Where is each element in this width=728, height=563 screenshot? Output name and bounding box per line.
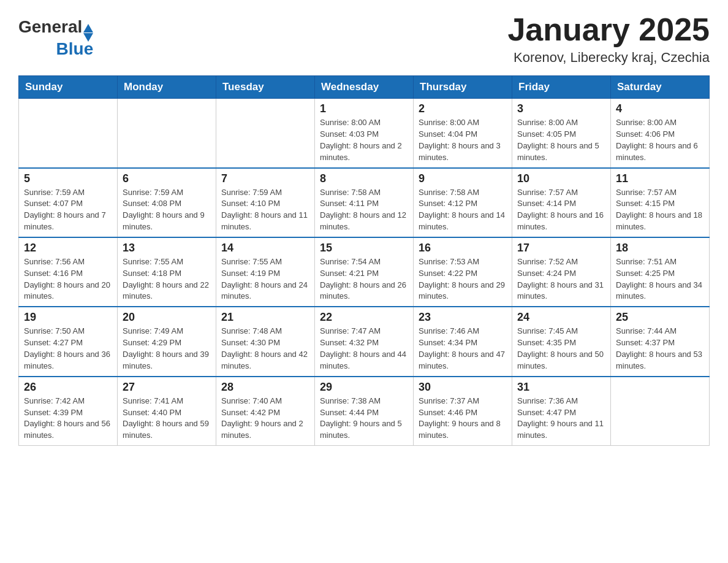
calendar-week-row-1: 1Sunrise: 8:00 AMSunset: 4:03 PMDaylight… (19, 99, 710, 168)
day-number: 4 (616, 102, 704, 115)
day-info: Sunrise: 7:40 AMSunset: 4:42 PMDaylight:… (221, 396, 309, 442)
day-number: 11 (616, 172, 704, 185)
header-monday: Monday (118, 76, 216, 99)
day-number: 28 (221, 381, 309, 394)
day-info: Sunrise: 8:00 AMSunset: 4:05 PMDaylight:… (517, 117, 605, 163)
calendar-cell: 9Sunrise: 7:58 AMSunset: 4:12 PMDaylight… (414, 168, 512, 237)
day-number: 19 (24, 311, 112, 324)
day-info: Sunrise: 7:42 AMSunset: 4:39 PMDaylight:… (24, 396, 112, 442)
day-info: Sunrise: 7:38 AMSunset: 4:44 PMDaylight:… (320, 396, 408, 442)
header-sunday: Sunday (19, 76, 118, 99)
day-number: 27 (123, 381, 211, 394)
day-number: 30 (419, 381, 507, 394)
calendar-cell: 17Sunrise: 7:52 AMSunset: 4:24 PMDayligh… (512, 237, 611, 307)
day-number: 25 (616, 311, 704, 324)
calendar-cell: 18Sunrise: 7:51 AMSunset: 4:25 PMDayligh… (611, 237, 710, 307)
calendar-week-row-4: 19Sunrise: 7:50 AMSunset: 4:27 PMDayligh… (19, 307, 710, 376)
header-saturday: Saturday (611, 76, 710, 99)
calendar-cell: 7Sunrise: 7:59 AMSunset: 4:10 PMDaylight… (216, 168, 315, 237)
day-info: Sunrise: 7:46 AMSunset: 4:34 PMDaylight:… (419, 326, 507, 372)
calendar-cell: 26Sunrise: 7:42 AMSunset: 4:39 PMDayligh… (19, 377, 118, 446)
month-title: January 2025 (507, 12, 710, 47)
calendar-cell: 29Sunrise: 7:38 AMSunset: 4:44 PMDayligh… (315, 377, 414, 446)
day-info: Sunrise: 8:00 AMSunset: 4:03 PMDaylight:… (320, 117, 408, 163)
calendar-header-row: Sunday Monday Tuesday Wednesday Thursday… (19, 76, 710, 99)
calendar-cell: 22Sunrise: 7:47 AMSunset: 4:32 PMDayligh… (315, 307, 414, 376)
calendar-table: Sunday Monday Tuesday Wednesday Thursday… (18, 75, 710, 446)
day-number: 1 (320, 102, 408, 115)
calendar-cell (216, 99, 315, 168)
day-info: Sunrise: 7:58 AMSunset: 4:11 PMDaylight:… (320, 187, 408, 233)
calendar-cell: 10Sunrise: 7:57 AMSunset: 4:14 PMDayligh… (512, 168, 611, 237)
day-info: Sunrise: 7:36 AMSunset: 4:47 PMDaylight:… (517, 396, 605, 442)
header-wednesday: Wednesday (315, 76, 414, 99)
day-info: Sunrise: 7:44 AMSunset: 4:37 PMDaylight:… (616, 326, 704, 372)
day-number: 16 (419, 242, 507, 255)
day-number: 6 (123, 172, 211, 185)
calendar-cell: 2Sunrise: 8:00 AMSunset: 4:04 PMDaylight… (414, 99, 512, 168)
day-number: 3 (517, 102, 605, 115)
day-info: Sunrise: 7:57 AMSunset: 4:15 PMDaylight:… (616, 187, 704, 233)
calendar-cell: 30Sunrise: 7:37 AMSunset: 4:46 PMDayligh… (414, 377, 512, 446)
logo: General Blue (18, 17, 93, 59)
day-info: Sunrise: 7:59 AMSunset: 4:07 PMDaylight:… (24, 187, 112, 233)
day-number: 10 (517, 172, 605, 185)
calendar-cell: 11Sunrise: 7:57 AMSunset: 4:15 PMDayligh… (611, 168, 710, 237)
day-info: Sunrise: 7:45 AMSunset: 4:35 PMDaylight:… (517, 326, 605, 372)
day-number: 5 (24, 172, 112, 185)
calendar-cell: 4Sunrise: 8:00 AMSunset: 4:06 PMDaylight… (611, 99, 710, 168)
day-info: Sunrise: 7:48 AMSunset: 4:30 PMDaylight:… (221, 326, 309, 372)
calendar-cell: 25Sunrise: 7:44 AMSunset: 4:37 PMDayligh… (611, 307, 710, 376)
header-tuesday: Tuesday (216, 76, 315, 99)
day-number: 14 (221, 242, 309, 255)
day-info: Sunrise: 7:50 AMSunset: 4:27 PMDaylight:… (24, 326, 112, 372)
day-info: Sunrise: 7:57 AMSunset: 4:14 PMDaylight:… (517, 187, 605, 233)
day-number: 24 (517, 311, 605, 324)
day-number: 13 (123, 242, 211, 255)
calendar-cell: 15Sunrise: 7:54 AMSunset: 4:21 PMDayligh… (315, 237, 414, 307)
day-info: Sunrise: 7:41 AMSunset: 4:40 PMDaylight:… (123, 396, 211, 442)
day-number: 12 (24, 242, 112, 255)
calendar-week-row-2: 5Sunrise: 7:59 AMSunset: 4:07 PMDaylight… (19, 168, 710, 237)
day-info: Sunrise: 8:00 AMSunset: 4:04 PMDaylight:… (419, 117, 507, 163)
logo-text-general: General (18, 17, 82, 37)
calendar-cell (611, 377, 710, 446)
calendar-week-row-3: 12Sunrise: 7:56 AMSunset: 4:16 PMDayligh… (19, 237, 710, 307)
day-info: Sunrise: 7:51 AMSunset: 4:25 PMDaylight:… (616, 256, 704, 302)
calendar-cell: 20Sunrise: 7:49 AMSunset: 4:29 PMDayligh… (118, 307, 216, 376)
header-friday: Friday (512, 76, 611, 99)
day-info: Sunrise: 7:47 AMSunset: 4:32 PMDaylight:… (320, 326, 408, 372)
logo-text-blue: Blue (56, 39, 94, 58)
header-area: General Blue January 2025 Korenov, Liber… (18, 12, 710, 66)
day-number: 22 (320, 311, 408, 324)
day-number: 7 (221, 172, 309, 185)
day-info: Sunrise: 7:53 AMSunset: 4:22 PMDaylight:… (419, 256, 507, 302)
day-info: Sunrise: 7:56 AMSunset: 4:16 PMDaylight:… (24, 256, 112, 302)
day-number: 31 (517, 381, 605, 394)
day-info: Sunrise: 7:55 AMSunset: 4:18 PMDaylight:… (123, 256, 211, 302)
day-number: 26 (24, 381, 112, 394)
day-number: 18 (616, 242, 704, 255)
day-info: Sunrise: 7:49 AMSunset: 4:29 PMDaylight:… (123, 326, 211, 372)
calendar-cell: 31Sunrise: 7:36 AMSunset: 4:47 PMDayligh… (512, 377, 611, 446)
calendar-cell (19, 99, 118, 168)
day-number: 20 (123, 311, 211, 324)
calendar-cell: 6Sunrise: 7:59 AMSunset: 4:08 PMDaylight… (118, 168, 216, 237)
day-info: Sunrise: 8:00 AMSunset: 4:06 PMDaylight:… (616, 117, 704, 163)
calendar-cell: 5Sunrise: 7:59 AMSunset: 4:07 PMDaylight… (19, 168, 118, 237)
day-info: Sunrise: 7:54 AMSunset: 4:21 PMDaylight:… (320, 256, 408, 302)
calendar-cell: 3Sunrise: 8:00 AMSunset: 4:05 PMDaylight… (512, 99, 611, 168)
calendar-cell: 27Sunrise: 7:41 AMSunset: 4:40 PMDayligh… (118, 377, 216, 446)
calendar-cell: 19Sunrise: 7:50 AMSunset: 4:27 PMDayligh… (19, 307, 118, 376)
day-info: Sunrise: 7:58 AMSunset: 4:12 PMDaylight:… (419, 187, 507, 233)
calendar-cell: 23Sunrise: 7:46 AMSunset: 4:34 PMDayligh… (414, 307, 512, 376)
calendar-cell (118, 99, 216, 168)
day-number: 17 (517, 242, 605, 255)
day-number: 9 (419, 172, 507, 185)
day-number: 15 (320, 242, 408, 255)
calendar-cell: 21Sunrise: 7:48 AMSunset: 4:30 PMDayligh… (216, 307, 315, 376)
calendar-week-row-5: 26Sunrise: 7:42 AMSunset: 4:39 PMDayligh… (19, 377, 710, 446)
day-info: Sunrise: 7:59 AMSunset: 4:10 PMDaylight:… (221, 187, 309, 233)
day-number: 29 (320, 381, 408, 394)
day-number: 8 (320, 172, 408, 185)
